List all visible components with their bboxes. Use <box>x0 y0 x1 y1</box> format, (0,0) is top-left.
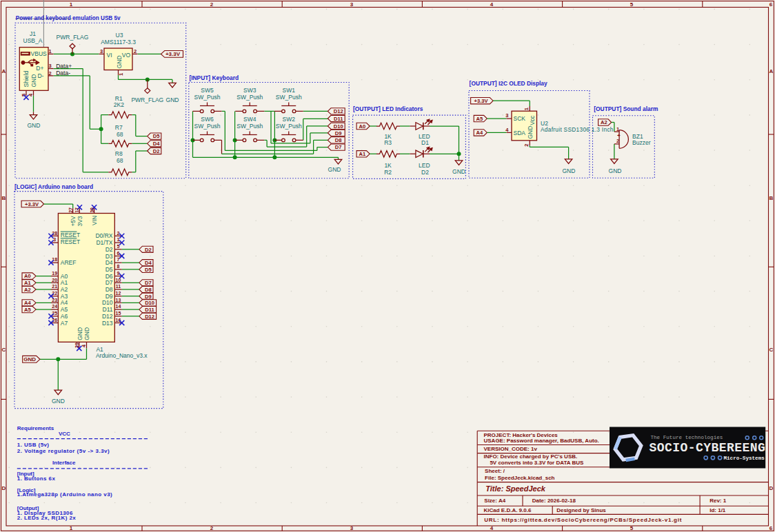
svg-text:GND: GND <box>609 167 622 174</box>
svg-text:17: 17 <box>74 207 79 213</box>
svg-text:USB_A: USB_A <box>23 37 43 44</box>
svg-text:12: 12 <box>116 291 121 296</box>
svg-text:+3.3V: +3.3V <box>165 51 181 57</box>
svg-text:LED: LED <box>419 133 430 140</box>
svg-text:3: 3 <box>350 1 354 8</box>
svg-text:1: 1 <box>118 73 124 76</box>
svg-text:3: 3 <box>505 112 508 119</box>
svg-text:Micro-Systems: Micro-Systems <box>724 456 765 461</box>
svg-text:2: 2 <box>134 48 137 54</box>
svg-text:File: SpeedJeck.kicad_sch: File: SpeedJeck.kicad_sch <box>485 475 555 481</box>
svg-text:SW6: SW6 <box>201 116 214 123</box>
svg-text:D8: D8 <box>105 286 113 293</box>
svg-text:1K: 1K <box>384 133 392 140</box>
svg-text:1: 1 <box>49 48 52 54</box>
svg-text:D11: D11 <box>145 307 154 313</box>
svg-text:[OUTPUT] LED Indicators: [OUTPUT] LED Indicators <box>353 105 423 112</box>
svg-text:D9: D9 <box>335 130 342 136</box>
svg-text:D12: D12 <box>102 313 113 320</box>
svg-text:Size: A4: Size: A4 <box>484 498 505 504</box>
svg-text:3: 3 <box>350 525 354 531</box>
svg-text:2: 2 <box>210 525 214 531</box>
svg-text:Adafruit SSD1306 1.3 Inch: Adafruit SSD1306 1.3 Inch <box>541 126 614 133</box>
svg-text:INFO: Device charged by PC's U: INFO: Device charged by PC's USB. <box>484 453 578 460</box>
svg-text:Interface: Interface <box>52 460 76 466</box>
svg-text:D10: D10 <box>145 300 154 306</box>
svg-text:D13: D13 <box>102 320 113 327</box>
svg-text:VI: VI <box>107 52 112 59</box>
svg-text:GND: GND <box>52 398 65 405</box>
svg-text:1K: 1K <box>384 162 392 169</box>
svg-text:PWR_FLAG: PWR_FLAG <box>57 34 89 41</box>
svg-text:2: 2 <box>117 231 120 236</box>
svg-text:23: 23 <box>52 298 57 303</box>
svg-text:A4: A4 <box>476 130 483 136</box>
svg-text:VO: VO <box>122 52 131 59</box>
svg-text:GND: GND <box>116 55 123 68</box>
svg-text:4: 4 <box>505 127 509 133</box>
svg-text:GND: GND <box>452 168 465 175</box>
svg-text:A2: A2 <box>24 287 31 293</box>
svg-text:5V converts into 3.3V for DATA: 5V converts into 3.3V for DATA BUS <box>490 460 584 466</box>
svg-text:D2: D2 <box>145 247 152 253</box>
svg-text:[LOGIC] Arduino nano board: [LOGIC] Arduino nano board <box>14 183 93 190</box>
svg-text:Power and keyboard emulation U: Power and keyboard emulation USB 5v <box>16 15 121 21</box>
svg-text:U3: U3 <box>116 32 123 39</box>
svg-text:GND: GND <box>77 327 83 340</box>
svg-text:2. LEDs 2x, R(1K) 2x: 2. LEDs 2x, R(1K) 2x <box>17 515 77 521</box>
svg-text:GND: GND <box>562 167 575 174</box>
svg-text:AREF: AREF <box>61 259 77 266</box>
svg-text:R3: R3 <box>384 139 392 146</box>
svg-text:Designed by Sinus: Designed by Sinus <box>556 507 606 513</box>
svg-text:68: 68 <box>117 131 123 138</box>
svg-text:A: A <box>1 68 6 74</box>
svg-text:3: 3 <box>49 63 52 69</box>
svg-text:D11: D11 <box>103 306 113 313</box>
svg-text:D8: D8 <box>145 287 152 293</box>
svg-text:Buzzer: Buzzer <box>632 139 651 146</box>
svg-text:A1: A1 <box>359 151 365 157</box>
svg-text:A1: A1 <box>24 280 31 286</box>
svg-text:Sheet: /: Sheet: / <box>485 468 505 474</box>
svg-text:+3.3V: +3.3V <box>474 98 488 104</box>
svg-text:[OUTPUT] Sound alarm: [OUTPUT] Sound alarm <box>594 105 658 112</box>
svg-text:A3: A3 <box>61 293 68 300</box>
svg-text:5: 5 <box>630 525 634 531</box>
svg-text:D10: D10 <box>334 123 343 130</box>
svg-text:A0: A0 <box>61 273 68 280</box>
svg-text:SW_Push: SW_Push <box>194 123 221 130</box>
svg-text:2: 2 <box>210 1 214 8</box>
svg-text:URL: https://gittea.dev/SocioC: URL: https://gittea.dev/SocioCybereeng/P… <box>484 517 682 523</box>
svg-text:6: 6 <box>117 251 120 256</box>
svg-text:A0: A0 <box>24 273 31 279</box>
svg-text:6: 6 <box>769 1 773 8</box>
svg-text:SW4: SW4 <box>243 116 256 123</box>
svg-text:D12: D12 <box>145 314 154 320</box>
svg-text:D5: D5 <box>145 267 152 273</box>
svg-text:USAGE: Password manager, BadUS: USAGE: Password manager, BadUSB, Auto. <box>484 438 599 444</box>
svg-text:D3: D3 <box>105 253 113 260</box>
svg-text:VBUS: VBUS <box>31 50 47 57</box>
svg-text:8: 8 <box>117 264 120 269</box>
svg-text:D6: D6 <box>105 273 113 280</box>
svg-text:2: 2 <box>49 70 52 76</box>
svg-text:VERSION_CODE: 1v: VERSION_CODE: 1v <box>484 446 538 452</box>
svg-text:68: 68 <box>117 157 123 164</box>
svg-text:D-: D- <box>37 72 43 79</box>
svg-text:D4: D4 <box>145 260 152 266</box>
svg-text:1: 1 <box>70 1 73 8</box>
svg-text:LED: LED <box>419 162 430 169</box>
svg-text:SW_Push: SW_Push <box>236 123 263 130</box>
svg-text:D1/TX: D1/TX <box>96 239 112 246</box>
svg-text:A4: A4 <box>61 299 68 306</box>
svg-text:1.Atmega328p (Arduino nano v3): 1.Atmega328p (Arduino nano v3) <box>17 491 112 498</box>
svg-text:3V3: 3V3 <box>77 216 83 226</box>
svg-text:2K2: 2K2 <box>114 101 124 108</box>
svg-text:D: D <box>1 485 6 491</box>
svg-text:D1: D1 <box>421 139 429 146</box>
svg-text:GND: GND <box>23 356 36 362</box>
svg-text:1: 1 <box>523 108 530 110</box>
svg-text:Requirements: Requirements <box>17 425 54 431</box>
svg-text:VCC: VCC <box>59 431 70 437</box>
svg-text:21: 21 <box>52 284 57 289</box>
